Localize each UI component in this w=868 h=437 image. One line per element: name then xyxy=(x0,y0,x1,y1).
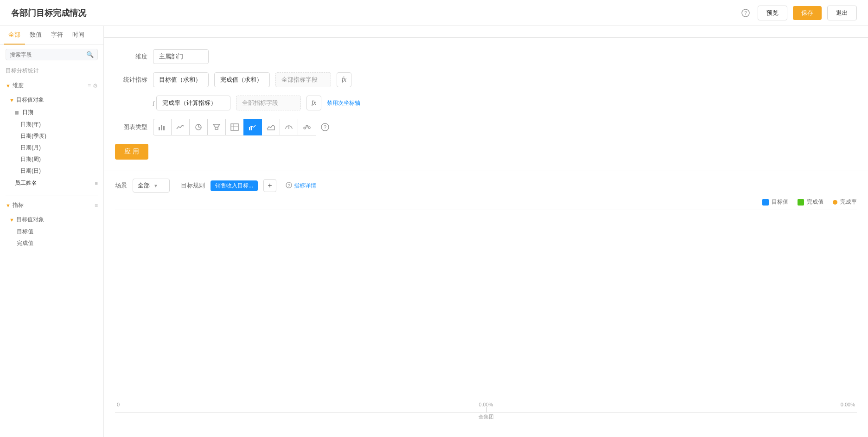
main-layout: 全部 数值 字符 时间 🔍 目标分析统计 ▼ 维度 ≡ ⚙ xyxy=(0,26,868,437)
date-month-item[interactable]: 日期(月) xyxy=(0,142,103,154)
date-label: 日期 xyxy=(22,109,33,116)
chart-table-button[interactable] xyxy=(225,119,244,135)
target-obj-group: ▼ 目标值对象 日期 日期(年) 日期(季度) 日期(月) 日期(周) 日期(日… xyxy=(0,92,103,191)
sidebar-search-box[interactable]: 🔍 xyxy=(6,49,98,60)
svg-text:?: ? xyxy=(288,183,290,188)
sidebar-tabs: 全部 数值 字符 时间 xyxy=(0,26,103,45)
dimension-group-header[interactable]: ▼ 维度 ≡ ⚙ xyxy=(0,79,103,92)
tab-time[interactable]: 时间 xyxy=(68,26,89,45)
save-button[interactable]: 保存 xyxy=(793,6,822,20)
dimension-group: ▼ 维度 ≡ ⚙ ▼ 目标值对象 日期 日期( xyxy=(0,77,103,193)
target-arrow-icon: ▼ xyxy=(9,97,14,103)
metric-field-1[interactable]: 目标值（求和） xyxy=(153,72,209,87)
date-group-item[interactable]: 日期 xyxy=(0,106,103,119)
metric-icon-filter[interactable]: ≡ xyxy=(95,202,98,209)
header: 各部门目标完成情况 ? 预览 保存 退出 xyxy=(0,0,868,26)
chart-bar-button[interactable] xyxy=(153,119,172,135)
y-axis-right-label: 0.00% xyxy=(841,402,855,407)
legend-item-rate: 完成率 xyxy=(833,198,857,206)
legend-row: 目标值 完成值 完成率 xyxy=(115,198,857,206)
employee-name-item[interactable]: 员工姓名 ≡ xyxy=(0,177,103,189)
scene-select[interactable]: 全部 ▼ xyxy=(133,179,170,193)
metric-field-2[interactable]: 完成值（求和） xyxy=(214,72,270,87)
x-center-label: 全集团 xyxy=(479,413,494,420)
sidebar-divider xyxy=(6,195,98,195)
chart-canvas: 0 0.00% 0.00% 全集团 xyxy=(115,210,857,430)
tab-all[interactable]: 全部 xyxy=(4,26,25,45)
svg-point-16 xyxy=(304,127,306,129)
legend-completion-label: 完成值 xyxy=(807,198,823,206)
legend-orange-dot xyxy=(833,200,837,205)
metric-icons: ≡ xyxy=(95,202,98,209)
metric-field-3[interactable]: 全部指标字段 xyxy=(275,72,331,87)
apply-button[interactable]: 应 用 xyxy=(115,144,148,160)
metric-sub-field-2[interactable]: 全部指标字段 xyxy=(236,96,301,110)
chart-type-buttons: ? xyxy=(153,119,334,135)
chart-scatter-button[interactable] xyxy=(298,119,316,135)
add-rule-button[interactable]: + xyxy=(263,179,276,192)
disable-axis-button[interactable]: 禁用次坐标轴 xyxy=(327,99,360,107)
date-season-item[interactable]: 日期(季度) xyxy=(0,130,103,142)
metric-sub-field-1[interactable]: 完成率（计算指标） xyxy=(156,96,230,110)
date-year-item[interactable]: 日期(年) xyxy=(0,119,103,130)
completion-value-item[interactable]: 完成值 xyxy=(0,238,103,249)
target-obj-label: 目标值对象 xyxy=(16,96,44,104)
metric-group: ▼ 指标 ≡ ▼ 目标值对象 目标值 完成值 xyxy=(0,197,103,253)
fx-button-1[interactable]: fx xyxy=(337,72,351,87)
chart-gauge-button[interactable] xyxy=(280,119,298,135)
chart-combo-button[interactable] xyxy=(243,119,262,135)
select-arrow-icon: ▼ xyxy=(153,183,158,188)
date-day-item[interactable]: 日期(日) xyxy=(0,165,103,177)
page-title: 各部门目标完成情况 xyxy=(11,7,86,19)
preview-button[interactable]: 预览 xyxy=(758,6,787,20)
chart-area: 场景 全部 ▼ 目标规则 销售收入目标... + ? 指标详情 xyxy=(104,171,868,437)
chart-area-button[interactable] xyxy=(262,119,280,135)
fx-button-2[interactable]: fx xyxy=(306,96,321,110)
target-value-item[interactable]: 目标值 xyxy=(0,226,103,238)
dimension-icons: ≡ ⚙ xyxy=(88,83,98,89)
metric-label: 指标 xyxy=(13,201,24,209)
dimension-icon-filter[interactable]: ≡ xyxy=(88,83,91,89)
metric-row: 统计指标 目标值（求和） 完成值（求和） 全部指标字段 fx xyxy=(115,72,857,87)
scene-label: 场景 xyxy=(115,181,127,190)
scene-value: 全部 xyxy=(138,181,150,190)
target-tag[interactable]: 销售收入目标... xyxy=(211,180,258,191)
app-container: 各部门目标完成情况 ? 预览 保存 退出 全部 数值 字符 时间 xyxy=(0,0,868,437)
search-input[interactable] xyxy=(10,51,86,58)
target-rule-label: 目标规则 xyxy=(181,181,205,190)
svg-text:?: ? xyxy=(324,124,326,130)
chart-funnel-button[interactable] xyxy=(207,119,226,135)
date-week-item[interactable]: 日期(周) xyxy=(0,154,103,165)
chart-line-button[interactable] xyxy=(171,119,190,135)
indicator-detail-icon: ? xyxy=(286,182,292,190)
chart-pie-button[interactable] xyxy=(189,119,208,135)
exit-button[interactable]: 退出 xyxy=(827,6,857,20)
indicator-detail-link[interactable]: ? 指标详情 xyxy=(286,182,316,190)
search-icon: 🔍 xyxy=(86,51,94,58)
svg-point-17 xyxy=(306,125,308,127)
dimension-field[interactable]: 主属部门 xyxy=(153,49,209,64)
metric-group-header[interactable]: ▼ 指标 ≡ xyxy=(0,199,103,212)
fx-icon-1: fx xyxy=(342,76,346,84)
chart-controls: 场景 全部 ▼ 目标规则 销售收入目标... + ? 指标详情 xyxy=(115,179,857,193)
legend-green-dot xyxy=(798,199,804,206)
svg-rect-2 xyxy=(159,127,160,130)
metric-target-arrow: ▼ xyxy=(9,217,14,223)
employee-name-label: 员工姓名 xyxy=(15,179,37,187)
metric-target-label: 目标值对象 xyxy=(16,216,44,224)
calc-icon: ∫ xyxy=(153,100,154,106)
legend-item-completion: 完成值 xyxy=(798,198,823,206)
tab-number[interactable]: 数值 xyxy=(25,26,46,45)
content-tabs xyxy=(104,26,868,38)
tab-string[interactable]: 字符 xyxy=(46,26,68,45)
metric-arrow-icon: ▼ xyxy=(6,203,11,208)
chart-help-button[interactable]: ? xyxy=(316,119,334,135)
help-button[interactable]: ? xyxy=(739,6,752,19)
target-obj-header[interactable]: ▼ 目标值对象 xyxy=(0,94,103,106)
svg-point-18 xyxy=(308,127,310,129)
chart-axis-line xyxy=(115,412,857,413)
svg-rect-4 xyxy=(163,126,165,130)
dimension-icon-settings[interactable]: ⚙ xyxy=(93,83,98,89)
date-dot-icon xyxy=(15,111,19,115)
metric-target-header[interactable]: ▼ 目标值对象 xyxy=(0,213,103,226)
